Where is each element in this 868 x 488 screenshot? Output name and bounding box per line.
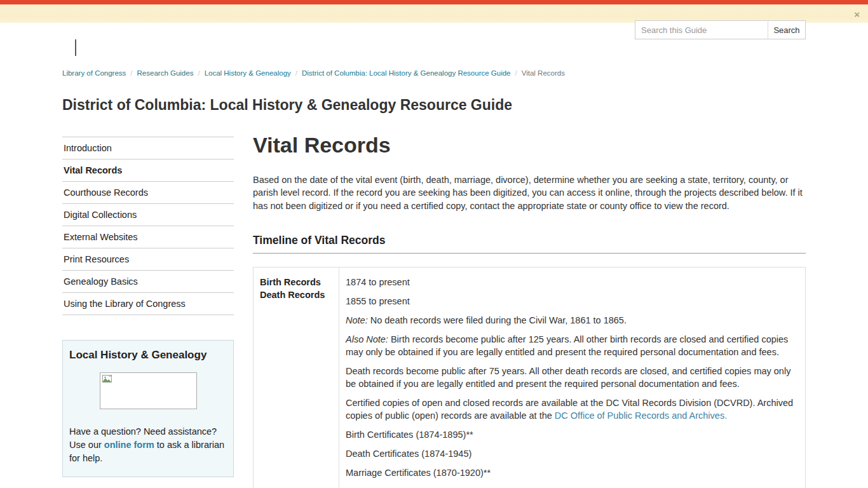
page-heading: Vital Records xyxy=(253,133,806,158)
timeline-entry: Also Note: Birth records become public a… xyxy=(346,333,796,358)
profile-box-title: Local History & Genealogy xyxy=(69,349,227,362)
dc-public-records-link[interactable]: DC Office of Public Records and Archives… xyxy=(555,410,727,421)
librarian-profile-box: Local History & Genealogy Have a questio… xyxy=(62,340,234,477)
row-label-death-records: Death Records xyxy=(260,288,334,301)
timeline-table: Birth Records Death Records 1874 to pres… xyxy=(253,267,806,488)
online-form-link[interactable]: online form xyxy=(104,440,154,450)
sidebar-item-digital-collections[interactable]: Digital Collections xyxy=(62,204,234,226)
sidebar-item-print-resources[interactable]: Print Resources xyxy=(62,248,234,271)
sidebar-item-vital-records[interactable]: Vital Records xyxy=(62,159,234,182)
ask-a-librarian-text: Have a question? Need assistance? Use ou… xyxy=(69,425,227,465)
sidebar-item-introduction[interactable]: Introduction xyxy=(62,137,234,159)
sidebar-item-using-the-library-of-congress[interactable]: Using the Library of Congress xyxy=(62,293,234,315)
timeline-entry: Death records become public after 75 yea… xyxy=(346,365,796,390)
sidebar-item-external-websites[interactable]: External Websites xyxy=(62,226,234,248)
timeline-entry: 1855 to present xyxy=(346,295,796,308)
timeline-entry: Death Certificates (1874-1945) xyxy=(346,447,796,460)
content-columns: Introduction Vital Records Courthouse Re… xyxy=(62,137,806,488)
main-content: Vital Records Based on the date of the v… xyxy=(253,137,806,488)
guide-search: Search xyxy=(635,20,806,39)
row-label-birth-records: Birth Records xyxy=(260,276,334,288)
sidebar-item-courthouse-records[interactable]: Courthouse Records xyxy=(62,182,234,204)
timeline-entry: Note: No death records were filed during… xyxy=(346,314,796,327)
top-accent-bar xyxy=(0,0,868,4)
breadcrumb-separator: / xyxy=(198,69,200,77)
breadcrumb-separator: / xyxy=(515,69,517,77)
search-button[interactable]: Search xyxy=(768,20,806,39)
timeline-entry: ** Birth certificates beginning in 1895,… xyxy=(346,485,796,488)
profile-image-placeholder xyxy=(100,372,197,409)
breadcrumb-current-vital-records: Vital Records xyxy=(522,69,565,77)
breadcrumb-research-guides[interactable]: Research Guides xyxy=(137,69,194,77)
timeline-entry: Marriage Certificates (1870-1920)** xyxy=(346,466,796,479)
sidebar: Introduction Vital Records Courthouse Re… xyxy=(62,137,234,477)
timeline-cell: 1874 to present 1855 to present Note: No… xyxy=(339,268,805,488)
guide-page-nav: Introduction Vital Records Courthouse Re… xyxy=(62,137,234,315)
timeline-row-header: Birth Records Death Records xyxy=(254,268,339,488)
breadcrumb-separator: / xyxy=(295,69,297,77)
broken-image-icon xyxy=(102,375,112,384)
search-input[interactable] xyxy=(635,20,768,39)
timeline-entry: 1874 to present xyxy=(346,276,796,288)
intro-paragraph: Based on the date of the vital event (bi… xyxy=(253,173,806,213)
close-icon[interactable]: × xyxy=(854,10,860,19)
sidebar-item-genealogy-basics[interactable]: Genealogy Basics xyxy=(62,271,234,293)
breadcrumb: Library of Congress/Research Guides/Loca… xyxy=(62,69,806,77)
breadcrumb-separator: / xyxy=(130,69,132,77)
guide-header: Search xyxy=(62,23,806,69)
breadcrumb-library-of-congress[interactable]: Library of Congress xyxy=(62,69,126,77)
breadcrumb-dc-resource-guide[interactable]: District of Columbia: Local History & Ge… xyxy=(302,69,511,77)
timeline-section-heading: Timeline of Vital Records xyxy=(253,234,806,254)
breadcrumb-local-history-genealogy[interactable]: Local History & Genealogy xyxy=(205,69,291,77)
timeline-entry: Birth Certificates (1874-1895)** xyxy=(346,428,796,441)
guide-title: District of Columbia: Local History & Ge… xyxy=(62,97,806,113)
timeline-entry: Certified copies of open and closed reco… xyxy=(346,396,796,422)
broken-logo-image xyxy=(75,39,76,56)
